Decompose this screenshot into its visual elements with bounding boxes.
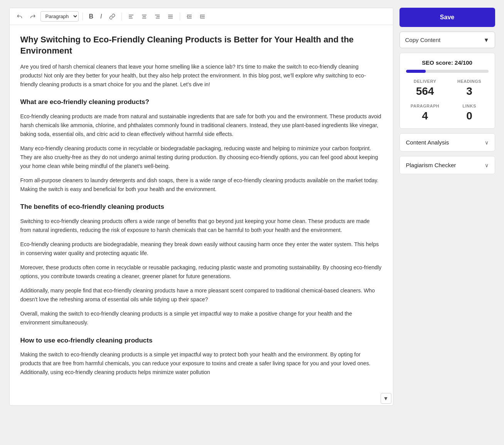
plagiarism-checker-header[interactable]: Plagiarism Checker ∨ bbox=[400, 156, 495, 174]
paragraph-select[interactable]: Paragraph Heading 1 Heading 2 Heading 3 bbox=[40, 11, 79, 22]
stat-links-value: 0 bbox=[450, 110, 489, 122]
stat-headings: HEADINGS 3 bbox=[450, 79, 489, 97]
seo-bar-fill bbox=[406, 70, 426, 73]
scroll-down-button[interactable]: ▼ bbox=[381, 393, 391, 404]
align-center-button[interactable] bbox=[139, 12, 150, 21]
stat-paragraph: PARAGRAPH 4 bbox=[406, 104, 444, 122]
link-button[interactable] bbox=[107, 12, 118, 21]
indent-increase-button[interactable] bbox=[197, 12, 208, 21]
chevron-down-icon: ▼ bbox=[383, 395, 389, 401]
section-1-para-3: From all-purpose cleaners to laundry det… bbox=[20, 176, 382, 194]
section-3-para-1: Making the switch to eco-friendly cleani… bbox=[20, 350, 382, 377]
stat-links: LINKS 0 bbox=[450, 104, 489, 122]
stat-delivery-label: DELIVERY bbox=[406, 79, 444, 84]
stat-headings-value: 3 bbox=[450, 85, 489, 97]
indent-decrease-button[interactable] bbox=[184, 12, 195, 21]
copy-content-button[interactable]: Copy Content ▼ bbox=[399, 32, 495, 48]
plagiarism-checker-accordion[interactable]: Plagiarism Checker ∨ bbox=[399, 156, 495, 174]
section-3-heading: How to use eco-friendly cleaning product… bbox=[20, 335, 382, 346]
editor-content[interactable]: Why Switching to Eco-Friendly Cleaning P… bbox=[10, 25, 393, 391]
content-analysis-header[interactable]: Content Analysis ∨ bbox=[400, 134, 495, 151]
redo-button[interactable] bbox=[27, 12, 38, 21]
editor-panel: Paragraph Heading 1 Heading 2 Heading 3 … bbox=[9, 8, 393, 406]
toolbar-divider-1 bbox=[83, 13, 83, 20]
plagiarism-checker-label: Plagiarism Checker bbox=[406, 162, 456, 168]
stat-delivery: DELIVERY 564 bbox=[406, 79, 444, 97]
article-title: Why Switching to Eco-Friendly Cleaning P… bbox=[20, 34, 382, 56]
sidebar: Save Copy Content ▼ SEO score: 24/100 DE… bbox=[399, 8, 495, 406]
copy-content-chevron-icon: ▼ bbox=[484, 37, 489, 43]
toolbar: Paragraph Heading 1 Heading 2 Heading 3 … bbox=[10, 8, 393, 25]
section-1-heading: What are eco-friendly cleaning products? bbox=[20, 97, 382, 107]
save-button[interactable]: Save bbox=[399, 8, 495, 27]
scroll-controls: ▼ bbox=[10, 391, 393, 405]
bold-button[interactable]: B bbox=[87, 12, 96, 22]
stat-paragraph-label: PARAGRAPH bbox=[406, 104, 444, 108]
undo-button[interactable] bbox=[14, 12, 25, 21]
stat-links-label: LINKS bbox=[450, 104, 489, 108]
section-2-para-4: Additionally, many people find that eco-… bbox=[20, 286, 382, 304]
toolbar-divider-2 bbox=[121, 13, 122, 20]
content-analysis-chevron-icon: ∨ bbox=[485, 139, 489, 146]
align-justify-button[interactable] bbox=[165, 12, 176, 21]
section-2-para-2: Eco-friendly cleaning products are biode… bbox=[20, 240, 382, 258]
section-2-para-3: Moreover, these products often come in r… bbox=[20, 263, 382, 281]
stat-headings-label: HEADINGS bbox=[450, 79, 489, 84]
stat-delivery-value: 564 bbox=[406, 85, 444, 97]
seo-score-card: SEO score: 24/100 DELIVERY 564 HEADINGS … bbox=[399, 53, 495, 129]
section-2-heading: The benefits of eco-friendly cleaning pr… bbox=[20, 202, 382, 212]
stats-grid: DELIVERY 564 HEADINGS 3 PARAGRAPH 4 LINK… bbox=[406, 79, 489, 122]
intro-paragraph: Are you tired of harsh chemical cleaners… bbox=[20, 62, 382, 89]
section-2-para-5: Overall, making the switch to eco-friend… bbox=[20, 309, 382, 327]
plagiarism-checker-chevron-icon: ∨ bbox=[485, 162, 489, 168]
stat-paragraph-value: 4 bbox=[406, 110, 444, 122]
italic-button[interactable]: I bbox=[98, 12, 104, 22]
align-left-button[interactable] bbox=[126, 12, 137, 21]
seo-score-label: SEO score: 24/100 bbox=[406, 59, 489, 66]
seo-bar-track bbox=[406, 70, 489, 73]
copy-content-label: Copy Content bbox=[405, 37, 441, 43]
toolbar-divider-3 bbox=[180, 13, 180, 20]
section-1-para-1: Eco-friendly cleaning products are made … bbox=[20, 112, 382, 139]
section-2-para-1: Switching to eco-friendly cleaning produ… bbox=[20, 217, 382, 235]
content-analysis-label: Content Analysis bbox=[406, 139, 449, 146]
content-analysis-accordion[interactable]: Content Analysis ∨ bbox=[399, 133, 495, 151]
align-right-button[interactable] bbox=[152, 12, 163, 21]
section-1-para-2: Many eco-friendly cleaning products come… bbox=[20, 144, 382, 171]
